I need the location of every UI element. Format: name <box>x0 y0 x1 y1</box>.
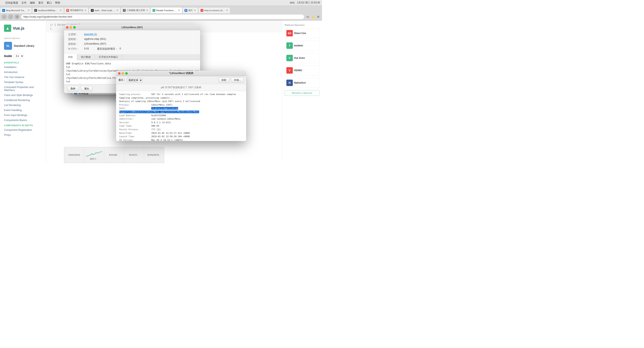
browser-chrome: B Bing Microsoft Trans... ✕ L localhost:… <box>0 5 322 20</box>
proc-tab-memory[interactable]: 内存 <box>64 54 77 60</box>
save-button[interactable]: 存储... <box>231 77 244 83</box>
tab-close-icon[interactable]: ✕ <box>60 9 62 12</box>
mini-chart-svg <box>86 150 102 158</box>
sample-titlebar: "LDUserMenu"的取样 <box>116 71 246 76</box>
sponsor-card-vehiki[interactable]: V VEHIKI <box>284 65 320 75</box>
proc-val-parent: launchd (1) <box>84 32 97 36</box>
sample-row: Version:9.6.1.1 (9.611) <box>119 121 243 124</box>
sample-close[interactable] <box>118 72 120 75</box>
back-button[interactable]: ← <box>2 14 7 19</box>
site-logo[interactable]: ▲ Vue.js <box>0 24 46 35</box>
sample-row: Parent Process:??? [1] <box>119 128 243 131</box>
sponsor-card-nativescri[interactable]: N NativeScri <box>284 78 320 88</box>
sample-maximize[interactable] <box>125 72 128 75</box>
sponsor-card-vue-scho[interactable]: V Vue Scho <box>284 53 320 63</box>
sidebar-item-components-basics[interactable]: Components Basics <box>0 118 46 123</box>
become-sponsor-button[interactable]: Become a Sponsor <box>284 90 320 96</box>
tab-title: How to remove LAND... <box>204 9 225 11</box>
sample-minimize[interactable] <box>122 72 124 75</box>
sidebar-item-template-syntax[interactable]: Template Syntax <box>0 80 46 85</box>
sample-button[interactable]: 取样 <box>67 86 79 91</box>
mini-time-left: 剩余时间： <box>124 147 144 163</box>
sample-content: Sampling process507 for 3 seconds with 1… <box>116 91 246 141</box>
sponsor-card-inner: bit Share Coo <box>285 28 320 38</box>
browser-tab-tab2[interactable]: L localhost:8080/audit/... ✕ <box>32 7 64 13</box>
sidebar-item-forms[interactable]: Form Input Bindings <box>0 113 46 118</box>
tab-title: 三体稳核 接口文档 <box>127 9 145 12</box>
menu-item-view[interactable]: 显示 <box>38 1 44 4</box>
maximize-button[interactable] <box>73 26 76 28</box>
main-content: ▲ Vue.js Learn Ecosystem Team Support Vu… <box>46 20 282 163</box>
bookmark-icon[interactable]: ⭐ <box>311 14 315 19</box>
browser-tab-tab3[interactable]: 资 资讯稽核平台 ✕ <box>64 7 89 13</box>
display-selector: 显示： 取样文本 <box>118 78 142 82</box>
extension-icon[interactable]: ⚙ <box>316 14 320 19</box>
menu-item-window[interactable]: 窗口 <box>47 1 52 4</box>
tab-close-icon[interactable]: ✕ <box>146 9 148 12</box>
reload-button[interactable]: ↺ <box>14 14 20 19</box>
mini-widget: 对能耗的影响 图形卡： 剩余电量： 剩余时间： 使用电池时间： <box>64 147 164 163</box>
tab-favicon: 三 <box>123 9 126 12</box>
sponsor-icon: N <box>286 80 293 86</box>
sponsor-card-tooltwis[interactable]: T tooltwis <box>284 41 320 51</box>
browser-tab-tab7[interactable]: 蓝 蓝灯 ✕ <box>182 7 198 13</box>
sidebar-item-comp-registration[interactable]: Component Registration <box>0 127 46 132</box>
menu-item-activity[interactable]: 活动监视器 <box>5 1 18 4</box>
version-select[interactable]: 2.x 3.x <box>14 54 24 58</box>
sidebar-item-events[interactable]: Event Handling <box>0 108 46 113</box>
sample-row: Launch Time:2019-01-02 22:50:20.184 +080… <box>119 135 243 138</box>
launchd-link[interactable]: launchd (1) <box>84 32 97 36</box>
sidebar-item-list[interactable]: List Rendering <box>0 103 46 108</box>
sponsor-card-inner: V VEHIKI <box>285 66 320 75</box>
sidebar-item-class-style[interactable]: Class and Style Bindings <box>0 93 46 98</box>
tab-close-icon[interactable]: ✕ <box>178 9 180 12</box>
close-button[interactable] <box>66 26 68 28</box>
sample-row: Path:/Library/Application Support/LANDes… <box>119 107 243 114</box>
translate-icon[interactable]: ⇆ <box>306 14 310 19</box>
proc-tab-files[interactable]: 打开的文件和端口 <box>95 54 122 60</box>
sponsor-cards: bit Share Coo T tooltwis V Vue Scho V VE… <box>284 28 320 88</box>
overlay-container: LDUserMenu (507) 父进程： launchd (1) 进程组： x… <box>46 20 282 163</box>
sample-row: Load Address:0x10f155000 <box>119 114 243 117</box>
sample-action-buttons: 刷新 存储... <box>218 77 244 83</box>
minimize-button[interactable] <box>70 26 72 28</box>
tab-close-icon[interactable]: ✕ <box>194 9 196 12</box>
proc-label-group: 进程组： <box>68 42 84 46</box>
sidebar-item-vue-instance[interactable]: The Vue Instance <box>0 75 46 80</box>
mini-label-impact: 对能耗的影响 <box>68 154 80 156</box>
browser-tab-tab5[interactable]: 三 三体稳核 接口文档 ✕ <box>121 7 150 13</box>
address-input[interactable] <box>21 14 304 19</box>
sidebar-item-installation[interactable]: Installation <box>0 65 46 70</box>
tab-close-icon[interactable]: ✕ <box>116 9 118 12</box>
sponsor-icon: V <box>286 55 293 61</box>
sidebar-item-conditional[interactable]: Conditional Rendering <box>0 98 46 103</box>
browser-tab-tab4[interactable]: B bash - Shell script ru... ✕ <box>89 7 121 13</box>
browser-tab-tab8[interactable]: H How to remove LAND... ✕ <box>198 7 230 13</box>
proc-tab-stats[interactable]: 统计数据 <box>77 54 95 60</box>
quit-button[interactable]: 退出 <box>81 86 92 91</box>
refresh-button[interactable]: 刷新 <box>218 77 229 83</box>
sample-row: Code Type:X86-64 <box>119 124 243 128</box>
mini-label-graphics: 图形卡： <box>90 158 98 160</box>
tab-close-icon[interactable]: ✕ <box>226 9 228 12</box>
menu-item-edit[interactable]: 编辑 <box>30 1 35 4</box>
browser-tab-tab6[interactable]: V Render Functions &... ✕ <box>150 7 182 13</box>
sidebar-item-computed[interactable]: Computed Properties and Watchers <box>0 85 46 93</box>
menu-item-file[interactable]: 文件 <box>22 1 26 4</box>
sample-window[interactable]: "LDUserMenu"的取样 显示： 取样文本 刷新 存储... pid 为"… <box>116 71 246 141</box>
sponsor-card-share-coo[interactable]: bit Share Coo <box>284 28 320 38</box>
left-sidebar: ▲ Vue.js Special Sponsor SL Standard Lib… <box>0 20 46 163</box>
sidebar-item-introduction[interactable]: Introduction <box>0 70 46 75</box>
tab-close-icon[interactable]: ✕ <box>84 9 86 12</box>
menu-item-help[interactable]: 帮助 <box>55 1 60 4</box>
mini-label-batterytime: 使用电池时间： <box>147 154 161 156</box>
proc-row-user: 进程组： xgqfrms-mbp (501) <box>68 37 196 41</box>
sidebar-item-props[interactable]: Props <box>0 132 46 137</box>
browser-tab-tab1[interactable]: B Bing Microsoft Trans... ✕ <box>0 7 32 13</box>
sponsor-card-inner: T tooltwis <box>285 41 320 50</box>
tab-close-icon[interactable]: ✕ <box>28 9 30 12</box>
sponsor-label: Special Sponsor <box>4 37 42 39</box>
display-select[interactable]: 取样文本 <box>127 78 142 82</box>
sponsor-logo[interactable]: SL Standard Library <box>4 41 42 51</box>
forward-button[interactable]: → <box>8 14 13 19</box>
